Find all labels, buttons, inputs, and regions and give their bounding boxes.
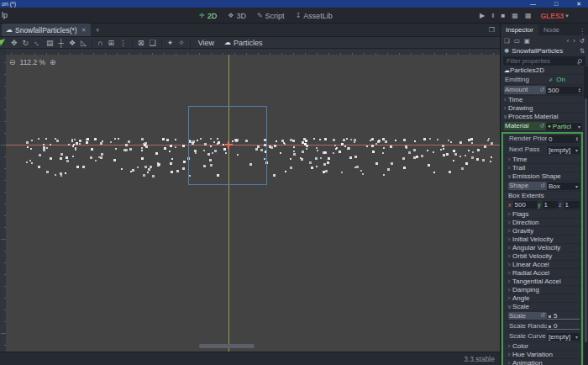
prop-row-scale[interactable]: Scale↺5: [503, 311, 581, 321]
workspace-tab-3d[interactable]: ❖3D: [228, 12, 246, 20]
workspace-tab-script[interactable]: ✎Script: [257, 12, 285, 20]
scene-tab-snowfallparticles[interactable]: ☁ SnowfallParticles(*) ✕: [2, 24, 91, 36]
inspector-scrollbar-thumb[interactable]: [585, 98, 587, 342]
stop-button[interactable]: ■: [501, 12, 505, 19]
prop-row-process-material[interactable]: vProcess Material: [501, 113, 584, 121]
prop-row-flags[interactable]: ›Flags: [503, 210, 581, 219]
grid-snap-icon[interactable]: ⊞: [108, 38, 114, 48]
renderer-select[interactable]: GLES3▾: [540, 12, 568, 20]
skeleton-icon[interactable]: ✦: [167, 38, 174, 48]
tab-inspector[interactable]: Inspector: [501, 24, 538, 35]
lock-icon[interactable]: ⊠: [138, 38, 144, 48]
prop-row-orbit-velocity[interactable]: ›Orbit Velocity: [503, 252, 581, 261]
object-history-button[interactable]: ↺: [580, 37, 585, 45]
prop-row-gravity[interactable]: ›Gravity: [503, 227, 581, 235]
revert-icon[interactable]: ↺: [540, 182, 545, 189]
add-scene-tab-button[interactable]: +: [96, 26, 100, 36]
prop-row-initial-velocity[interactable]: ›Initial Velocity: [503, 235, 581, 244]
prop-row-emitting[interactable]: Emitting✓On: [501, 75, 584, 85]
tab-node[interactable]: Node: [538, 24, 564, 35]
prop-row-scale[interactable]: vScale: [503, 303, 581, 311]
prop-row-direction[interactable]: ›Direction: [503, 219, 581, 227]
close-button[interactable]: ✕: [576, 0, 581, 8]
revert-icon[interactable]: ↺: [539, 123, 544, 130]
prop-row-damping[interactable]: ›Damping: [503, 286, 581, 294]
prop-value[interactable]: [empty]▾: [547, 333, 580, 341]
prop-row-angle[interactable]: ›Angle: [503, 294, 581, 303]
vector-component-x[interactable]: x500: [508, 201, 538, 209]
prop-value[interactable]: 500▴▾: [546, 87, 582, 94]
prop-row-next-pass[interactable]: Next Pass[empty]▾: [503, 145, 581, 156]
prop-value[interactable]: Box▾: [547, 182, 580, 190]
prop-row-drawing[interactable]: ›Drawing: [501, 104, 584, 113]
prop-value[interactable]: ●Particl▾: [546, 123, 582, 130]
filter-properties-input[interactable]: Filter properties: [503, 56, 585, 66]
property-sort-icon[interactable]: ⇅: [580, 47, 585, 55]
prop-row-tangential-accel[interactable]: ›Tangential Accel: [503, 278, 581, 286]
prop-row-emission-shape[interactable]: vEmission Shape: [503, 172, 581, 181]
play-button[interactable]: ▶: [480, 12, 485, 19]
minimize-button[interactable]: —: [530, 0, 536, 8]
2d-viewport[interactable]: ⊖ 112.2 % ⊕: [6, 55, 500, 352]
panel-options-icon[interactable]: ⋮: [579, 28, 585, 35]
prop-row-time[interactable]: ›Time: [503, 156, 581, 164]
move-tool-icon[interactable]: ✥: [11, 38, 18, 48]
history-back-button[interactable]: ‹: [567, 37, 570, 45]
prop-row-render-priority[interactable]: Render Priority0▴▾: [503, 134, 581, 145]
play-scene-button[interactable]: ▦: [512, 12, 518, 19]
new-resource-button[interactable]: ❏: [504, 37, 510, 45]
prop-row-scale-random[interactable]: Scale Random0: [503, 321, 581, 331]
view-menu[interactable]: View: [196, 39, 217, 47]
prop-row-linear-accel[interactable]: ›Linear Accel: [503, 261, 581, 269]
inspector-scrollbar[interactable]: [584, 66, 588, 365]
workspace-tab-2d[interactable]: ✛2D: [199, 12, 217, 20]
pan-icon[interactable]: ❖: [69, 38, 76, 48]
scale-tool-icon[interactable]: ↔: [31, 36, 44, 49]
prop-row-color[interactable]: ›Color: [503, 342, 581, 351]
prop-value[interactable]: 5: [547, 312, 580, 320]
checkbox-icon[interactable]: ✓: [548, 77, 554, 82]
prop-row-animation[interactable]: ›Animation: [503, 359, 581, 365]
prop-row-shape[interactable]: Shape↺Box▾: [503, 181, 581, 192]
prop-row-hue-variation[interactable]: ›Hue Variation: [503, 351, 581, 359]
vector-component-z[interactable]: z1: [559, 201, 580, 209]
spinner-icon[interactable]: ▴▾: [579, 87, 580, 93]
distraction-free-icon[interactable]: ❒: [489, 26, 495, 34]
pivot-icon[interactable]: ┼: [59, 38, 64, 48]
prop-row-time[interactable]: ›Time: [501, 96, 584, 104]
select-tool-icon[interactable]: [0, 39, 7, 45]
revert-icon[interactable]: ↺: [539, 87, 544, 93]
prop-row-radial-accel[interactable]: ›Radial Accel: [503, 269, 581, 278]
list-select-icon[interactable]: ▤: [46, 38, 54, 48]
vector-component-y[interactable]: y1: [538, 201, 559, 209]
prop-row-angular-velocity[interactable]: ›Angular Velocity: [503, 244, 581, 252]
prop-row-scale-curve[interactable]: Scale Curve[empty]▾: [503, 331, 581, 342]
group-icon[interactable]: ❑: [150, 38, 156, 48]
smart-snap-icon[interactable]: ∩: [97, 38, 102, 48]
snap-options-icon[interactable]: ⋮: [119, 38, 127, 48]
history-forward-button[interactable]: ›: [573, 37, 575, 45]
prop-row-amount[interactable]: Amount↺500▴▾: [501, 85, 584, 96]
prop-row-vec3[interactable]: x500y1z1: [503, 200, 581, 210]
pause-button[interactable]: ‖: [491, 12, 494, 19]
prop-value[interactable]: 0▴▾: [547, 135, 580, 143]
prop-row-box-extents[interactable]: Box Extents: [503, 192, 581, 200]
spinner-icon[interactable]: ▴▾: [576, 136, 578, 142]
prop-value[interactable]: [empty]▾: [547, 146, 580, 154]
prop-row-material[interactable]: Material↺●Particl▾: [501, 121, 584, 132]
skeleton-options-icon[interactable]: ✧: [178, 38, 185, 48]
workspace-tab-assetlib[interactable]: ↧AssetLib: [296, 12, 333, 20]
maximize-button[interactable]: □: [554, 0, 558, 8]
rotate-tool-icon[interactable]: ↻: [23, 38, 29, 48]
prop-value[interactable]: 0: [547, 322, 580, 330]
zoom-percent[interactable]: 112.2 %: [20, 58, 46, 66]
close-icon[interactable]: ✕: [81, 27, 87, 34]
prop-row-particles2d[interactable]: ☁Particles2D: [501, 66, 584, 75]
revert-icon[interactable]: ↺: [540, 312, 545, 319]
particles-menu[interactable]: ☁Particles: [222, 39, 265, 47]
play-custom-scene-button[interactable]: ▦: [525, 12, 532, 19]
load-resource-button[interactable]: ▭: [514, 37, 520, 45]
ruler-icon[interactable]: ◺: [81, 38, 87, 48]
zoom-out-button[interactable]: ⊖: [9, 58, 16, 66]
zoom-in-button[interactable]: ⊕: [50, 58, 56, 66]
